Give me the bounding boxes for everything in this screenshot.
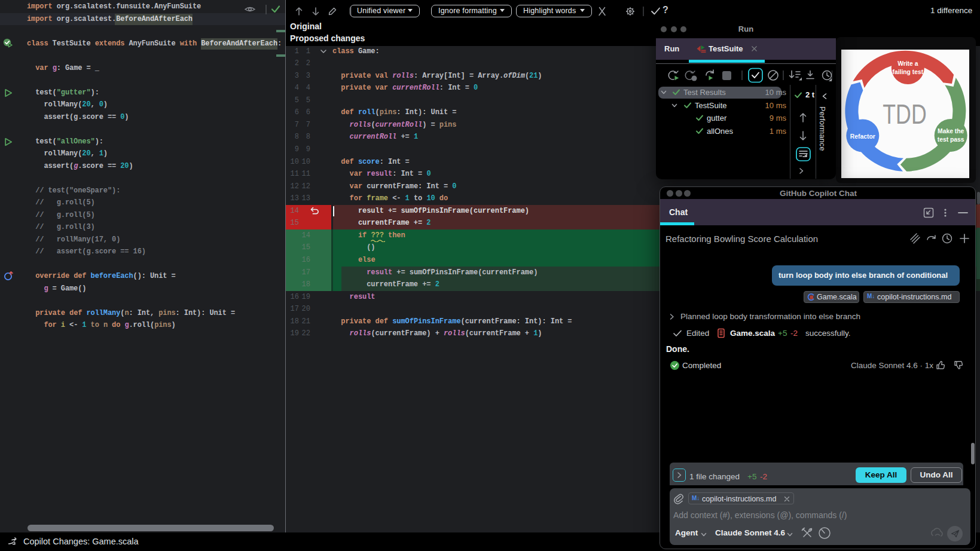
svg-text:Make the: Make the — [938, 127, 964, 134]
svg-text:TDD: TDD — [883, 98, 926, 130]
svg-text:Refactor: Refactor — [850, 133, 875, 140]
svg-text:failing test: failing test — [892, 68, 923, 75]
svg-text:test pass: test pass — [938, 136, 964, 143]
svg-text:Write a: Write a — [897, 60, 918, 67]
